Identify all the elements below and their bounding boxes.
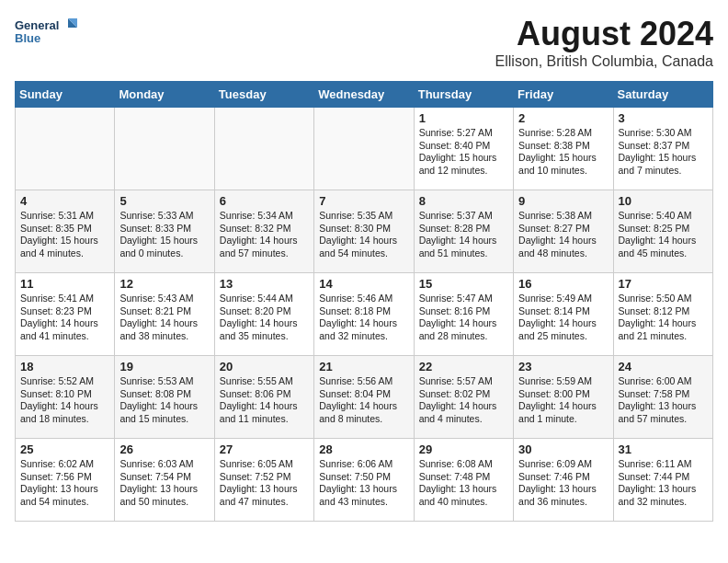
day-info: Sunset: 8:37 PM — [619, 140, 708, 153]
day-info: Daylight: 14 hours — [619, 235, 708, 247]
day-number: 24 — [619, 360, 708, 373]
calendar-cell: 31Sunrise: 6:11 AMSunset: 7:44 PMDayligh… — [613, 439, 712, 522]
header-day-saturday: Saturday — [613, 82, 712, 108]
day-info: Sunrise: 5:31 AM — [20, 210, 109, 223]
calendar-cell: 2Sunrise: 5:28 AMSunset: 8:38 PMDaylight… — [514, 108, 613, 190]
day-info: and 12 minutes. — [419, 165, 508, 178]
day-number: 31 — [619, 442, 708, 456]
day-info: Sunset: 7:48 PM — [419, 471, 508, 484]
day-info: and 40 minutes. — [419, 496, 508, 509]
calendar-cell: 16Sunrise: 5:49 AMSunset: 8:14 PMDayligh… — [514, 273, 613, 356]
day-info: Sunrise: 6:00 AM — [619, 375, 708, 388]
day-info: Sunrise: 5:57 AM — [419, 375, 508, 388]
day-info: Daylight: 14 hours — [419, 235, 508, 247]
svg-text:General: General — [15, 18, 59, 32]
day-info: Sunrise: 5:34 AM — [220, 210, 309, 223]
day-info: Daylight: 14 hours — [220, 400, 309, 413]
calendar-week-5: 25Sunrise: 6:02 AMSunset: 7:56 PMDayligh… — [16, 439, 713, 522]
day-info: Sunrise: 5:41 AM — [20, 293, 109, 305]
day-info: Sunrise: 5:37 AM — [419, 210, 508, 223]
calendar-cell: 21Sunrise: 5:56 AMSunset: 8:04 PMDayligh… — [314, 356, 414, 439]
day-info: and 8 minutes. — [319, 413, 408, 426]
day-info: Daylight: 13 hours — [419, 483, 508, 496]
day-info: and 54 minutes. — [319, 247, 408, 260]
day-info: Sunrise: 5:27 AM — [419, 127, 508, 140]
calendar-cell: 6Sunrise: 5:34 AMSunset: 8:32 PMDaylight… — [214, 190, 313, 273]
header-day-monday: Monday — [115, 82, 214, 108]
calendar-cell — [314, 108, 414, 190]
day-info: Sunset: 7:50 PM — [319, 471, 408, 484]
calendar-cell: 25Sunrise: 6:02 AMSunset: 7:56 PMDayligh… — [16, 439, 115, 522]
day-info: Sunset: 8:02 PM — [419, 388, 508, 401]
day-info: and 1 minute. — [518, 413, 608, 426]
header: General Blue August 2024 Ellison, Britis… — [15, 15, 713, 70]
day-info: Sunrise: 5:59 AM — [518, 375, 608, 388]
day-info: Sunrise: 5:55 AM — [220, 375, 309, 388]
day-info: Daylight: 13 hours — [20, 483, 109, 496]
calendar-cell: 20Sunrise: 5:55 AMSunset: 8:06 PMDayligh… — [214, 356, 313, 439]
day-info: Daylight: 14 hours — [220, 235, 309, 247]
day-info: and 25 minutes. — [518, 330, 608, 343]
day-info: Sunset: 7:56 PM — [20, 471, 109, 484]
day-info: Sunset: 7:46 PM — [518, 471, 608, 484]
day-info: Sunset: 7:54 PM — [119, 471, 209, 484]
day-info: and 36 minutes. — [518, 496, 608, 509]
day-info: Daylight: 14 hours — [419, 317, 508, 330]
day-info: Sunset: 8:20 PM — [220, 305, 309, 318]
day-info: Daylight: 15 hours — [20, 235, 109, 247]
day-info: Sunrise: 5:52 AM — [20, 375, 109, 388]
day-info: Daylight: 14 hours — [319, 317, 408, 330]
day-info: Daylight: 14 hours — [220, 317, 309, 330]
day-info: Sunrise: 6:02 AM — [20, 458, 109, 471]
calendar-cell: 18Sunrise: 5:52 AMSunset: 8:10 PMDayligh… — [16, 356, 115, 439]
calendar-title: August 2024 — [495, 15, 713, 53]
calendar-cell: 7Sunrise: 5:35 AMSunset: 8:30 PMDaylight… — [314, 190, 414, 273]
day-number: 6 — [220, 194, 309, 208]
calendar-cell: 22Sunrise: 5:57 AMSunset: 8:02 PMDayligh… — [414, 356, 513, 439]
day-info: Sunrise: 6:08 AM — [419, 458, 508, 471]
day-info: Daylight: 15 hours — [119, 235, 209, 247]
day-info: and 43 minutes. — [319, 496, 408, 509]
day-number: 22 — [419, 360, 508, 373]
day-info: Sunset: 8:28 PM — [419, 223, 508, 236]
calendar-cell: 19Sunrise: 5:53 AMSunset: 8:08 PMDayligh… — [115, 356, 214, 439]
calendar-week-4: 18Sunrise: 5:52 AMSunset: 8:10 PMDayligh… — [16, 356, 713, 439]
calendar-cell: 4Sunrise: 5:31 AMSunset: 8:35 PMDaylight… — [16, 190, 115, 273]
day-info: Daylight: 14 hours — [20, 400, 109, 413]
day-number: 25 — [20, 442, 109, 456]
day-number: 3 — [619, 111, 708, 125]
day-info: and 48 minutes. — [518, 247, 608, 260]
day-info: Sunset: 8:38 PM — [518, 140, 608, 153]
day-info: Daylight: 13 hours — [220, 483, 309, 496]
day-info: and 4 minutes. — [419, 413, 508, 426]
day-number: 17 — [619, 277, 708, 291]
day-number: 10 — [619, 194, 708, 208]
calendar-cell: 14Sunrise: 5:46 AMSunset: 8:18 PMDayligh… — [314, 273, 414, 356]
day-info: Sunrise: 5:30 AM — [619, 127, 708, 140]
svg-text:Blue: Blue — [15, 31, 40, 45]
day-info: Daylight: 15 hours — [419, 152, 508, 165]
calendar-week-3: 11Sunrise: 5:41 AMSunset: 8:23 PMDayligh… — [16, 273, 713, 356]
day-info: and 38 minutes. — [119, 330, 209, 343]
day-number: 14 — [319, 277, 408, 291]
day-number: 8 — [419, 194, 508, 208]
calendar-cell: 11Sunrise: 5:41 AMSunset: 8:23 PMDayligh… — [16, 273, 115, 356]
calendar-body: 1Sunrise: 5:27 AMSunset: 8:40 PMDaylight… — [16, 108, 713, 522]
calendar-table: SundayMondayTuesdayWednesdayThursdayFrid… — [15, 81, 713, 522]
calendar-cell: 15Sunrise: 5:47 AMSunset: 8:16 PMDayligh… — [414, 273, 513, 356]
day-info: Sunrise: 5:38 AM — [518, 210, 608, 223]
day-number: 29 — [419, 442, 508, 456]
day-info: Sunset: 8:12 PM — [619, 305, 708, 318]
day-info: and 50 minutes. — [119, 496, 209, 509]
day-info: Sunset: 8:32 PM — [220, 223, 309, 236]
day-number: 15 — [419, 277, 508, 291]
day-info: and 15 minutes. — [119, 413, 209, 426]
day-number: 7 — [319, 194, 408, 208]
day-info: Sunset: 7:52 PM — [220, 471, 309, 484]
day-info: Daylight: 14 hours — [518, 235, 608, 247]
day-info: Daylight: 13 hours — [119, 483, 209, 496]
day-info: Sunset: 8:23 PM — [20, 305, 109, 318]
calendar-cell: 3Sunrise: 5:30 AMSunset: 8:37 PMDaylight… — [613, 108, 712, 190]
day-number: 13 — [220, 277, 309, 291]
day-info: Sunrise: 5:35 AM — [319, 210, 408, 223]
